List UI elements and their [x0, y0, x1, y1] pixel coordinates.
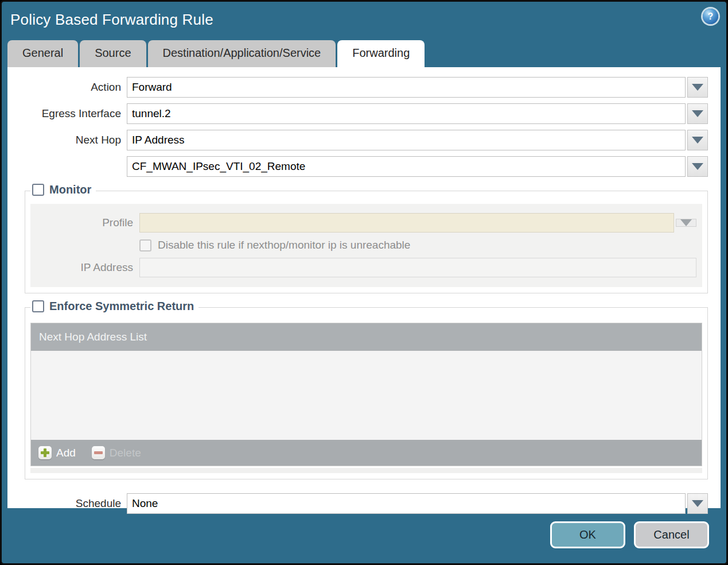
dialog-title: Policy Based Forwarding Rule [10, 11, 213, 29]
next-hop-dropdown-button[interactable] [687, 130, 708, 150]
next-hop-address-row [7, 156, 708, 177]
profile-dropdown-button [676, 219, 696, 227]
monitor-checkbox[interactable] [32, 184, 44, 196]
chevron-down-icon [692, 110, 703, 117]
disable-rule-row: Disable this rule if nexthop/monitor ip … [30, 239, 702, 251]
next-hop-address-list-table: Next Hop Address List Add Delete [30, 323, 702, 466]
egress-interface-label: Egress Interface [7, 107, 127, 120]
delete-button: Delete [92, 446, 141, 459]
egress-interface-input[interactable] [127, 103, 686, 124]
tab-destination-application-service[interactable]: Destination/Application/Service [148, 40, 336, 67]
next-hop-address-list-toolbar: Add Delete [31, 440, 702, 466]
table-bottom-strip [30, 468, 702, 473]
egress-interface-combo [127, 103, 708, 124]
next-hop-label: Next Hop [7, 134, 127, 146]
enforce-symmetric-return-checkbox[interactable] [32, 300, 44, 312]
chevron-down-icon [692, 137, 703, 144]
chevron-down-icon [692, 500, 703, 507]
monitor-panel: Profile Disable this rule if nexthop/mon… [30, 204, 702, 287]
action-label: Action [7, 81, 127, 94]
chevron-down-icon [692, 163, 703, 170]
disable-rule-label: Disable this rule if nexthop/monitor ip … [158, 239, 410, 251]
profile-input [139, 213, 674, 233]
action-dropdown-button[interactable] [687, 77, 708, 98]
tab-source[interactable]: Source [80, 40, 146, 67]
profile-label: Profile [30, 216, 139, 229]
schedule-combo [127, 493, 708, 514]
schedule-input[interactable] [127, 493, 686, 514]
monitor-ip-address-label: IP Address [30, 261, 139, 274]
ok-button[interactable]: OK [550, 521, 625, 548]
chevron-down-icon [680, 219, 692, 226]
next-hop-address-combo [127, 156, 708, 177]
next-hop-address-list-header: Next Hop Address List [31, 323, 702, 351]
forwarding-tab-panel: Action Egress Interface Next Hop [7, 67, 721, 508]
enforce-symmetric-return-legend: Enforce Symmetric Return [30, 300, 198, 313]
egress-interface-row: Egress Interface [7, 103, 708, 124]
dialog-titlebar: Policy Based Forwarding Rule ? [2, 2, 726, 37]
action-combo [127, 77, 708, 98]
cancel-button[interactable]: Cancel [634, 521, 709, 548]
next-hop-address-input[interactable] [127, 156, 686, 177]
schedule-label: Schedule [7, 497, 127, 510]
tab-bar: General Source Destination/Application/S… [2, 37, 726, 67]
add-button[interactable]: Add [38, 446, 76, 459]
next-hop-row: Next Hop [7, 130, 708, 150]
action-input[interactable] [127, 77, 686, 98]
schedule-dropdown-button[interactable] [687, 493, 708, 514]
add-button-label: Add [56, 447, 76, 459]
tab-general[interactable]: General [7, 40, 78, 67]
next-hop-address-list-body [31, 351, 702, 440]
plus-icon [38, 446, 52, 459]
chevron-down-icon [692, 84, 703, 91]
monitor-group: Monitor Profile Disable this rule if nex… [25, 191, 708, 293]
dialog-footer: OK Cancel [2, 508, 726, 565]
disable-rule-checkbox [139, 239, 151, 251]
profile-row: Profile [30, 213, 702, 233]
egress-interface-dropdown-button[interactable] [687, 103, 708, 124]
next-hop-combo [127, 130, 708, 150]
next-hop-type-input[interactable] [127, 130, 686, 150]
minus-icon [92, 446, 105, 459]
monitor-ip-address-row: IP Address [30, 258, 702, 277]
help-glyph: ? [708, 11, 714, 22]
tab-forwarding[interactable]: Forwarding [337, 40, 425, 67]
policy-based-forwarding-dialog: Policy Based Forwarding Rule ? General S… [0, 0, 728, 565]
enforce-symmetric-return-title: Enforce Symmetric Return [49, 300, 194, 313]
action-row: Action [7, 77, 708, 98]
enforce-symmetric-return-group: Enforce Symmetric Return Next Hop Addres… [25, 307, 708, 479]
delete-button-label: Delete [110, 447, 141, 459]
monitor-title: Monitor [49, 183, 91, 196]
monitor-ip-address-input [139, 258, 696, 277]
help-icon[interactable]: ? [703, 9, 718, 24]
monitor-legend: Monitor [30, 183, 96, 196]
next-hop-address-dropdown-button[interactable] [687, 156, 708, 177]
